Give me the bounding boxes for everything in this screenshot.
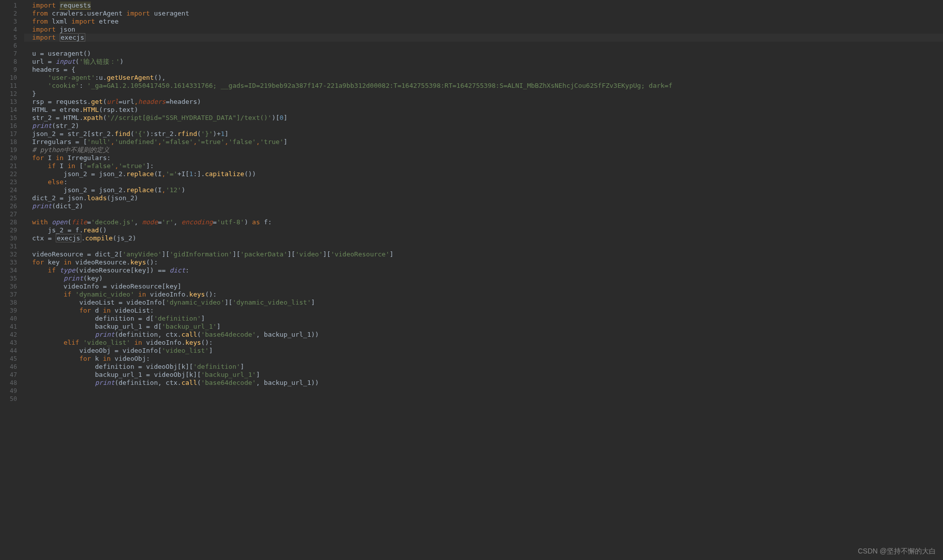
token-fn: keys	[189, 291, 205, 298]
token-op: :	[185, 266, 189, 274]
code-line[interactable]: import json	[32, 26, 943, 34]
token-str: '=false'	[162, 138, 193, 146]
code-line[interactable]: dict_2 = json.loads(json_2)	[32, 194, 943, 202]
code-line[interactable]: 'user-agent':u.getUserAgent(),	[32, 74, 943, 82]
token-op	[130, 339, 134, 346]
token-op	[32, 162, 48, 170]
code-line[interactable]: for d in videoList:	[32, 307, 943, 315]
token-fn: call	[181, 379, 197, 386]
watermark-text: CSDN @坚持不懈的大白	[858, 547, 936, 555]
code-line[interactable]: if I in ['=false','=true']:	[32, 162, 943, 170]
code-line[interactable]: videoResource = dict_2['anyVideo']['gidI…	[32, 250, 943, 258]
code-line[interactable]: # python中不规则的定义	[32, 146, 943, 154]
token-op: )+	[213, 130, 221, 137]
token-op: rsp = requests.	[32, 98, 91, 105]
line-number: 9	[0, 66, 17, 74]
code-line[interactable]: Irregulars = ['null','undefined','=false…	[32, 138, 943, 146]
token-comment: # python中不规则的定义	[32, 146, 109, 154]
code-line[interactable]: print(definition, ctx.call('base64decode…	[32, 379, 943, 387]
code-line[interactable]: rsp = requests.get(url=url,headers=heade…	[32, 98, 943, 106]
code-line[interactable]: print(definition, ctx.call('base64decode…	[32, 331, 943, 339]
code-area[interactable]: import requestsfrom crawlers.userAgent i…	[24, 0, 943, 560]
token-op: ]	[240, 363, 244, 370]
token-op: (	[103, 98, 107, 105]
code-line[interactable]: str_2 = HTML.xpath('//script[@id="SSR_HY…	[32, 114, 943, 122]
token-kw: import	[71, 18, 95, 25]
code-line[interactable]: u = useragent()	[32, 50, 943, 58]
code-line[interactable]: for I in Irregulars:	[32, 154, 943, 162]
code-line[interactable]: print(dict_2)	[32, 202, 943, 210]
token-str: 'dynamic_video'	[75, 291, 134, 298]
code-editor[interactable]: 1234567891011121314151617181920212223242…	[0, 0, 943, 560]
code-line[interactable]	[32, 42, 943, 50]
code-line[interactable]: json_2 = json_2.replace(I,'12')	[32, 186, 943, 194]
code-line[interactable]: ctx = execjs.compile(js_2)	[32, 234, 943, 242]
code-line[interactable]: json_2 = str_2[str_2.find('{'):str_2.rfi…	[32, 130, 943, 138]
code-line[interactable]: videoList = videoInfo['dynamic_video']['…	[32, 299, 943, 307]
code-line[interactable]: if 'dynamic_video' in videoInfo.keys():	[32, 291, 943, 299]
code-line[interactable]: print(key)	[32, 274, 943, 283]
code-line[interactable]: backup_url_1 = d['backup_url_1']	[32, 323, 943, 331]
code-line[interactable]	[32, 210, 943, 218]
token-op: (definition, ctx.	[114, 379, 181, 386]
token-kw: elif	[64, 339, 79, 346]
code-line[interactable]: print(str_2)	[32, 122, 943, 130]
code-line[interactable]: HTML = etree.HTML(rsp.text)	[32, 106, 943, 114]
code-line[interactable]: from lxml import etree	[32, 18, 943, 26]
line-number: 10	[0, 74, 17, 82]
code-line[interactable]: for k in videoObj:	[32, 355, 943, 363]
code-line[interactable]: elif 'video_list' in videoInfo.keys():	[32, 339, 943, 347]
code-line[interactable]: videoObj = videoInfo['video_list']	[32, 347, 943, 355]
code-line[interactable]: from crawlers.userAgent import useragent	[32, 10, 943, 18]
token-op: =	[213, 218, 217, 226]
token-op: videoObj:	[111, 355, 150, 362]
token-op: .	[81, 234, 85, 242]
token-op	[32, 266, 48, 274]
token-kw: in	[138, 291, 146, 298]
code-line[interactable]: js_2 = f.read()	[32, 226, 943, 234]
token-str: 'dynamic_video_list'	[232, 299, 311, 306]
token-str: 'definition'	[154, 315, 201, 322]
code-line[interactable]: definition = videoObj[k]['definition']	[32, 363, 943, 371]
token-op: backup_url_1 = videoObj[k][	[32, 371, 201, 378]
token-kw: from	[32, 10, 48, 17]
token-op: (),	[154, 74, 166, 81]
token-op: :	[95, 74, 99, 81]
code-line[interactable]: else:	[32, 178, 943, 186]
token-kw: import	[32, 34, 56, 41]
token-op: json_2 = json_2.	[32, 186, 126, 194]
code-line[interactable]: }	[32, 90, 943, 98]
code-line[interactable]: if type(videoResource[key]) == dict:	[32, 266, 943, 274]
code-line[interactable]: for key in videoResource.keys():	[32, 258, 943, 266]
token-op: videoList:	[111, 307, 154, 314]
token-fn: rfind	[178, 130, 197, 137]
token-str: '_ga=GA1.2.1050417450.1614331766; __gads…	[87, 82, 672, 89]
token-op: ]	[311, 299, 315, 306]
code-line[interactable]	[32, 387, 943, 395]
code-line[interactable]: backup_url_1 = videoObj[k]['backup_url_1…	[32, 371, 943, 379]
line-number: 1	[0, 2, 17, 10]
code-line[interactable]	[32, 242, 943, 250]
line-number: 37	[0, 291, 17, 299]
token-kw: if	[48, 162, 56, 170]
code-line[interactable]: videoInfo = videoResource[key]	[32, 283, 943, 291]
code-line[interactable]: import execjs	[32, 34, 943, 42]
token-op: ]:	[146, 162, 154, 170]
token-str: 'video'	[295, 250, 323, 258]
token-op: u.	[99, 74, 107, 81]
code-line[interactable]: 'cookie': '_ga=GA1.2.1050417450.16143317…	[32, 82, 943, 90]
code-line[interactable]	[32, 395, 943, 403]
code-line[interactable]: headers = {	[32, 66, 943, 74]
code-line[interactable]: with open(file='decode.js', mode='r', en…	[32, 218, 943, 226]
token-str: 'anyVideo'	[122, 250, 162, 258]
token-param: url	[107, 98, 118, 105]
line-number: 2	[0, 10, 17, 18]
token-op: ):str_2.	[146, 130, 178, 137]
code-line[interactable]: definition = d['definition']	[32, 315, 943, 323]
token-kw: else	[48, 178, 63, 186]
code-line[interactable]: import requests	[32, 2, 943, 10]
token-fn: getUserAgent	[107, 74, 154, 81]
line-number: 15	[0, 114, 17, 122]
code-line[interactable]: url = input('输入链接：')	[32, 58, 943, 66]
code-line[interactable]: json_2 = json_2.replace(I,'='+I[1:].capi…	[32, 170, 943, 178]
